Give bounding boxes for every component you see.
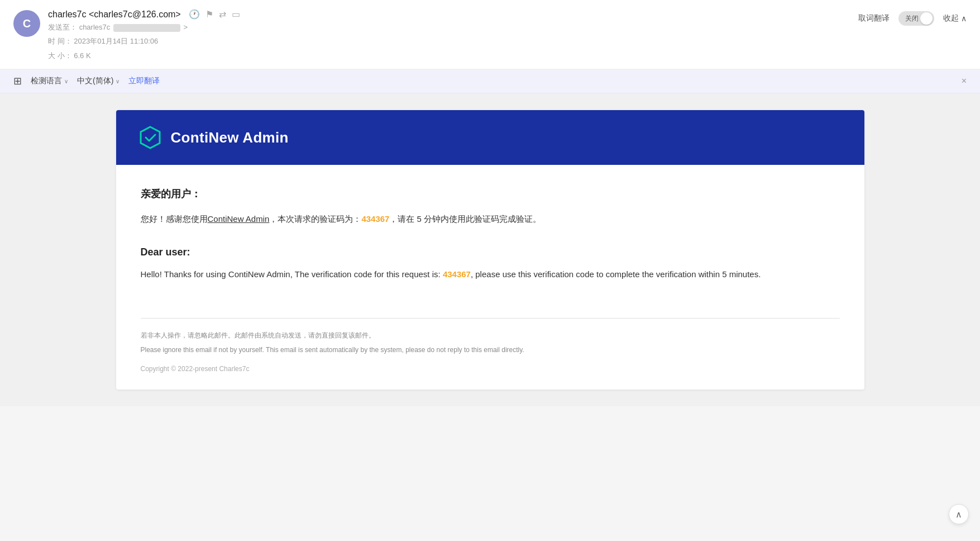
dear-user-heading: Dear user: [141, 246, 840, 258]
video-icon[interactable]: ▭ [232, 9, 240, 20]
verification-code-en: 434367 [443, 269, 471, 279]
header-icons: 🕐 ⚑ ⇄ ▭ [189, 9, 240, 20]
sender-name-row: charles7c <charles7c@126.com> 🕐 ⚑ ⇄ ▭ [48, 9, 240, 20]
size-label: 大 小： [48, 51, 72, 60]
translate-glyph-icon: ⊞ [13, 75, 22, 87]
toggle-knob [920, 12, 933, 25]
detect-label: 检测语言 [31, 76, 62, 86]
divider-wrapper [116, 318, 864, 319]
message-en: Hello! Thanks for using ContiNew Admin, … [141, 267, 840, 282]
sender-display: charles7c <charles7c@126.com> [48, 10, 181, 20]
to-name: charles7c [79, 23, 111, 31]
continew-link-zh[interactable]: ContiNew Admin [208, 214, 270, 224]
header-right: 取词翻译 关闭 收起 ∧ [858, 11, 967, 26]
card-content: 亲爱的用户： 您好！感谢您使用ContiNew Admin，本次请求的验证码为：… [116, 165, 864, 318]
translate-toggle[interactable]: 关闭 [898, 11, 934, 26]
header-left: C charles7c <charles7c@126.com> 🕐 ⚑ ⇄ ▭ … [13, 9, 240, 62]
verification-code-zh: 434367 [361, 214, 389, 224]
collapse-icon: ∧ [961, 14, 967, 23]
copyright: Copyright © 2022-present Charles7c [141, 365, 840, 373]
msg-zh-post: ，请在 5 分钟内使用此验证码完成验证。 [389, 214, 541, 224]
msg-zh-pre: 您好！感谢您使用 [141, 214, 208, 224]
email-body-wrapper: ContiNew Admin 亲爱的用户： 您好！感谢您使用ContiNew A… [0, 93, 980, 406]
collapse-button[interactable]: 收起 ∧ [943, 13, 967, 23]
collapse-label: 收起 [943, 13, 959, 23]
logo-icon [138, 126, 162, 149]
target-chevron-icon: ∨ [116, 78, 119, 84]
translation-bar: ⊞ 检测语言 ∨ 中文(简体) ∨ 立即翻译 × [0, 69, 980, 93]
banner-title: ContiNew Admin [171, 129, 289, 146]
avatar: C [13, 10, 40, 37]
email-card: ContiNew Admin 亲爱的用户： 您好！感谢您使用ContiNew A… [116, 110, 864, 390]
sender-info: charles7c <charles7c@126.com> 🕐 ⚑ ⇄ ▭ 发送… [48, 9, 240, 62]
msg-en-post: , please use this verification code to c… [471, 269, 761, 279]
time-label: 时 间： [48, 37, 72, 45]
close-translation-bar-button[interactable]: × [962, 76, 967, 86]
footer-note-en: Please ignore this email if not by yours… [141, 344, 840, 357]
msg-en-pre: Hello! Thanks for using ContiNew Admin, … [141, 269, 443, 279]
target-lang-label: 中文(简体) [77, 76, 113, 86]
card-footer: 若非本人操作，请忽略此邮件。此邮件由系统自动发送，请勿直接回复该邮件。 Plea… [116, 330, 864, 390]
size-row: 大 小： 6.6 K [48, 49, 240, 62]
flag-icon[interactable]: ⚑ [205, 9, 213, 20]
translate-label: 取词翻译 [858, 13, 890, 23]
greeting-zh: 亲爱的用户： [141, 187, 840, 201]
toggle-text: 关闭 [905, 14, 919, 23]
translate-now-link[interactable]: 立即翻译 [128, 76, 160, 86]
footer-note-zh: 若非本人操作，请忽略此邮件。此邮件由系统自动发送，请勿直接回复该邮件。 [141, 330, 840, 342]
divider [141, 318, 840, 319]
to-row: 发送至： charles7c > [48, 21, 240, 34]
clock-icon[interactable]: 🕐 [189, 9, 200, 20]
to-label: 发送至： [48, 23, 77, 31]
message-zh: 您好！感谢您使用ContiNew Admin，本次请求的验证码为：434367，… [141, 212, 840, 226]
size-value: 6.6 K [74, 51, 90, 60]
msg-zh-mid: ，本次请求的验证码为： [269, 214, 361, 224]
target-language-selector[interactable]: 中文(简体) ∨ [77, 76, 119, 86]
share-icon[interactable]: ⇄ [219, 9, 226, 20]
time-value: 2023年01月14日 11:10:06 [74, 37, 158, 45]
svg-marker-0 [141, 127, 160, 148]
detect-chevron-icon: ∨ [64, 78, 68, 84]
email-header: C charles7c <charles7c@126.com> 🕐 ⚑ ⇄ ▭ … [0, 0, 980, 69]
detect-language-selector[interactable]: 检测语言 ∨ [31, 76, 68, 86]
card-banner: ContiNew Admin [116, 110, 864, 165]
scroll-to-top-button[interactable]: ∧ [949, 504, 969, 524]
time-row: 时 间： 2023年01月14日 11:10:06 [48, 35, 240, 48]
to-email-redacted [113, 24, 180, 32]
